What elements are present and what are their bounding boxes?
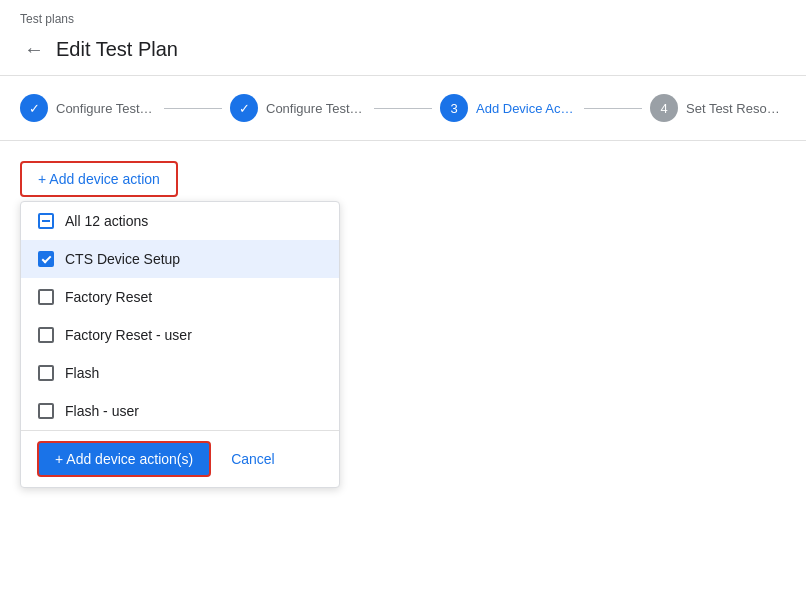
- add-actions-button[interactable]: + Add device action(s): [37, 441, 211, 477]
- page-container: Test plans ← Edit Test Plan ✓ Configure …: [0, 0, 806, 596]
- unchecked-icon-3: [38, 365, 54, 381]
- item-label-flash: Flash: [65, 365, 99, 381]
- item-label-factory-reset-user: Factory Reset - user: [65, 327, 192, 343]
- indeterminate-icon: [38, 213, 54, 229]
- item-label-cts: CTS Device Setup: [65, 251, 180, 267]
- top-bar: Test plans ← Edit Test Plan: [0, 0, 806, 76]
- step-1-circle: ✓: [20, 94, 48, 122]
- unchecked-icon-2: [38, 327, 54, 343]
- step-3-circle: 3: [440, 94, 468, 122]
- list-item-all[interactable]: All 12 actions: [21, 202, 339, 240]
- step-2-circle: ✓: [230, 94, 258, 122]
- add-device-action-button[interactable]: + Add device action: [20, 161, 178, 197]
- step-2-label: Configure Test Ru...: [266, 101, 366, 116]
- breadcrumb: Test plans: [20, 12, 786, 26]
- step-4: 4 Set Test Resourc...: [650, 94, 786, 122]
- list-item-flash[interactable]: Flash: [21, 354, 339, 392]
- checked-icon: [38, 251, 54, 267]
- item-label-all: All 12 actions: [65, 213, 148, 229]
- cancel-button[interactable]: Cancel: [223, 443, 283, 475]
- dropdown-panel: All 12 actions CTS Device Setup: [20, 201, 340, 488]
- checkbox-flash-user: [37, 402, 55, 420]
- connector-3: [584, 108, 642, 109]
- list-item-factory-reset[interactable]: Factory Reset: [21, 278, 339, 316]
- dropdown-list: All 12 actions CTS Device Setup: [21, 202, 339, 430]
- checkbox-cts: [37, 250, 55, 268]
- step-2: ✓ Configure Test Ru...: [230, 94, 366, 122]
- checkbox-factory-reset: [37, 288, 55, 306]
- connector-1: [164, 108, 222, 109]
- list-item-flash-user[interactable]: Flash - user: [21, 392, 339, 430]
- main-content: + Add device action All 12 actions: [0, 141, 806, 596]
- page-header: ← Edit Test Plan: [20, 30, 786, 69]
- item-label-factory-reset: Factory Reset: [65, 289, 152, 305]
- list-item-cts[interactable]: CTS Device Setup: [21, 240, 339, 278]
- checkbox-flash: [37, 364, 55, 382]
- unchecked-icon: [38, 289, 54, 305]
- step-4-circle: 4: [650, 94, 678, 122]
- step-4-label: Set Test Resourc...: [686, 101, 786, 116]
- back-button[interactable]: ←: [20, 34, 48, 65]
- step-1: ✓ Configure Test Pl...: [20, 94, 156, 122]
- step-3-label: Add Device Actio...: [476, 101, 576, 116]
- list-item-factory-reset-user[interactable]: Factory Reset - user: [21, 316, 339, 354]
- unchecked-icon-4: [38, 403, 54, 419]
- stepper-bar: ✓ Configure Test Pl... ✓ Configure Test …: [0, 76, 806, 141]
- step-1-label: Configure Test Pl...: [56, 101, 156, 116]
- checkbox-all: [37, 212, 55, 230]
- step-3: 3 Add Device Actio...: [440, 94, 576, 122]
- page-title: Edit Test Plan: [56, 38, 178, 61]
- connector-2: [374, 108, 432, 109]
- checkbox-factory-reset-user: [37, 326, 55, 344]
- item-label-flash-user: Flash - user: [65, 403, 139, 419]
- dropdown-footer: + Add device action(s) Cancel: [21, 430, 339, 487]
- checkmark-icon: [41, 253, 51, 263]
